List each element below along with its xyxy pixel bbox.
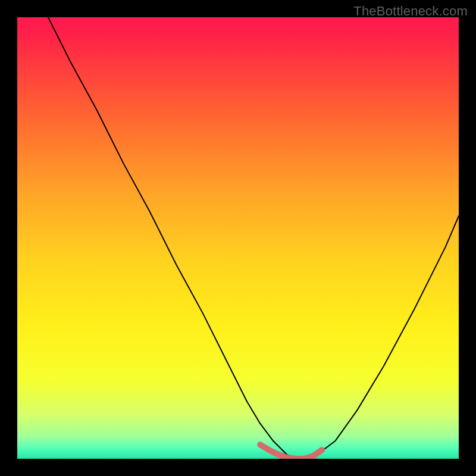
bottleneck-plot-svg (17, 17, 459, 459)
chart-frame: TheBottleneck.com (0, 0, 476, 476)
heat-gradient-background (17, 17, 459, 459)
plot-area (17, 17, 459, 459)
watermark-label: TheBottleneck.com (353, 4, 468, 19)
